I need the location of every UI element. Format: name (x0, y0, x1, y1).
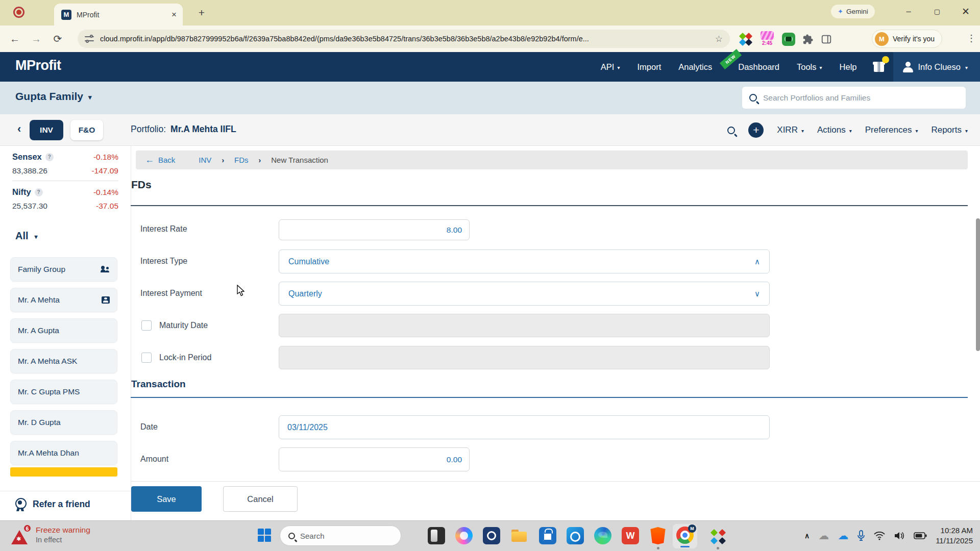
side-panel-icon[interactable] (821, 34, 832, 45)
date-input[interactable] (279, 415, 770, 439)
nav-item-help[interactable]: Help (831, 52, 866, 82)
reports-menu[interactable]: Reports ▾ (931, 125, 968, 135)
breadcrumb-inv[interactable]: INV (199, 156, 211, 164)
recorder-extension-icon[interactable]: 2:45 (760, 31, 775, 47)
extensions-puzzle-icon[interactable] (802, 34, 814, 45)
taskbar-copilot-icon[interactable] (455, 527, 473, 544)
info-question-icon[interactable]: ? (45, 153, 54, 161)
browser-menu-icon[interactable]: ⋮ (967, 33, 976, 44)
wifi-icon[interactable] (874, 531, 885, 540)
amount-input[interactable] (279, 447, 470, 471)
people-icon (101, 266, 110, 273)
info-question-icon[interactable]: ? (35, 188, 43, 196)
list-item-label: Mr. A Mehta ASK (18, 357, 77, 366)
reload-icon[interactable]: ⟳ (49, 30, 66, 47)
gemini-button[interactable]: ✦ Gemini (831, 5, 875, 18)
tray-expand-icon[interactable]: ∧ (804, 532, 810, 540)
nav-item-tools[interactable]: Tools ▾ (788, 52, 831, 82)
close-button[interactable]: ✕ (951, 0, 980, 23)
taskbar-search[interactable] (280, 525, 401, 546)
sidebar-item-selected-partial[interactable] (10, 467, 117, 477)
actions-menu[interactable]: Actions ▾ (817, 125, 852, 135)
sidebar-item-mr-a-mehta-ask[interactable]: Mr. A Mehta ASK (10, 349, 117, 373)
caret-down-icon: ▾ (801, 128, 804, 134)
taskbar-store-icon[interactable] (539, 527, 556, 544)
taskbar-outlook-icon[interactable] (567, 527, 584, 544)
profile-chip-label: Verify it's you (893, 35, 935, 43)
weather-widget[interactable]: ✱ 6 Freeze warning In effect (11, 525, 90, 545)
lockin-period-label: Lock-in Period (159, 353, 211, 362)
mprofit-favicon: M (61, 10, 71, 20)
index-name: Sensex ? (12, 152, 54, 162)
interest-payment-select[interactable]: Quarterly ∨ (279, 282, 770, 306)
pinwheel-extension-icon[interactable] (739, 33, 752, 46)
forward-icon[interactable]: → (28, 30, 45, 47)
address-bar[interactable]: cloud.mprofit.in/app/db/987b827999952b6a… (78, 30, 730, 48)
taskbar-file-explorer-icon[interactable] (510, 527, 528, 544)
maximize-button[interactable]: ▢ (923, 0, 951, 23)
sidebar-item-mr-d-gupta[interactable]: Mr. D Gupta (10, 410, 117, 435)
sidebar-item-family-group[interactable]: Family Group (10, 257, 117, 282)
taskbar-clock[interactable]: 10:28 AM 11/11/2025 (936, 525, 973, 546)
site-settings-icon[interactable] (85, 35, 94, 42)
list-item-label: Mr. D Gupta (18, 418, 61, 427)
maturity-date-checkbox[interactable] (141, 320, 152, 331)
minimize-button[interactable]: ─ (894, 0, 923, 23)
onedrive-icon[interactable]: ☁ (838, 530, 848, 542)
interest-rate-input[interactable] (279, 219, 470, 240)
robot-extension-icon[interactable] (782, 33, 795, 46)
lockin-period-checkbox[interactable] (141, 353, 152, 363)
search-icon[interactable] (727, 127, 735, 134)
taskbar-chrome-active[interactable]: M (673, 524, 697, 548)
sidebar-item-mr-c-gupta-pms[interactable]: Mr. C Gupta PMS (10, 380, 117, 404)
taskbar-search-input[interactable] (300, 532, 393, 540)
filter-all-dropdown[interactable]: All ▾ (15, 230, 38, 242)
taskbar-phone-link-icon[interactable] (428, 527, 445, 544)
speaker-icon[interactable] (894, 531, 905, 540)
collapse-sidebar-icon[interactable]: ‹ (17, 122, 21, 136)
tab-fo[interactable]: F&O (70, 120, 103, 140)
user-menu[interactable]: Info Clueso ▾ (893, 52, 980, 82)
scrollbar-thumb[interactable] (976, 218, 980, 351)
bookmark-star-icon[interactable]: ☆ (715, 34, 723, 44)
breadcrumb-fds[interactable]: FDs (234, 156, 249, 164)
add-button[interactable]: + (748, 122, 764, 138)
taskbar-edge-icon[interactable] (594, 527, 611, 544)
microphone-icon[interactable] (857, 530, 865, 541)
sidebar-item-mr-a-mehta-dhan[interactable]: Mr.A Mehta Dhan (10, 441, 117, 465)
sidebar-item-mr-a-gupta[interactable]: Mr. A Gupta (10, 318, 117, 343)
nav-item-api[interactable]: API ▾ (592, 52, 629, 82)
family-selector[interactable]: Gupta Family ▾ (15, 90, 92, 103)
interest-type-select[interactable]: Cumulative ∧ (279, 249, 770, 273)
start-button[interactable] (258, 529, 271, 542)
nav-item-import[interactable]: Import (628, 52, 670, 82)
breadcrumb-back-button[interactable]: ← Back (145, 155, 175, 165)
save-button[interactable]: Save (131, 486, 202, 512)
refer-a-friend-button[interactable]: Refer a friend (14, 498, 90, 510)
browser-tab[interactable]: M MProfit × (54, 4, 183, 26)
taskbar-app-icon[interactable] (483, 527, 500, 544)
battery-icon[interactable] (914, 532, 927, 539)
onedrive-paused-icon[interactable]: ☁ (818, 530, 829, 542)
back-icon[interactable]: ← (6, 30, 23, 47)
cancel-button[interactable]: Cancel (223, 486, 298, 512)
tab-title: MProfit (77, 11, 172, 19)
xirr-menu[interactable]: XIRR ▾ (777, 125, 804, 135)
taskbar-wps-icon[interactable]: W (622, 527, 639, 544)
nav-item-analytics[interactable]: Analytics NEW (670, 52, 729, 82)
sidebar-item-mr-a-mehta[interactable]: Mr. A Mehta (10, 288, 117, 312)
tab-inv[interactable]: INV (30, 120, 63, 140)
preferences-menu[interactable]: Preferences ▾ (865, 125, 918, 135)
nav-item-dashboard[interactable]: Dashboard (729, 52, 788, 82)
portfolio-search-input[interactable] (763, 93, 959, 103)
new-tab-button[interactable]: + (195, 6, 208, 19)
taskbar-pinwheel-icon[interactable] (710, 529, 726, 544)
tab-close-icon[interactable]: × (172, 10, 177, 20)
mprofit-logo[interactable]: MProfit (15, 58, 61, 73)
profile-verify-chip[interactable]: M Verify it's you (872, 30, 942, 48)
portfolio-search-box[interactable] (742, 87, 966, 109)
list-item-label: Mr. A Gupta (18, 326, 59, 335)
rewards-gift-icon[interactable] (873, 60, 886, 73)
url-text[interactable]: cloud.mprofit.in/app/db/987b827999952b6a… (100, 35, 710, 43)
portfolio-title-label: Portfolio: (131, 124, 166, 135)
